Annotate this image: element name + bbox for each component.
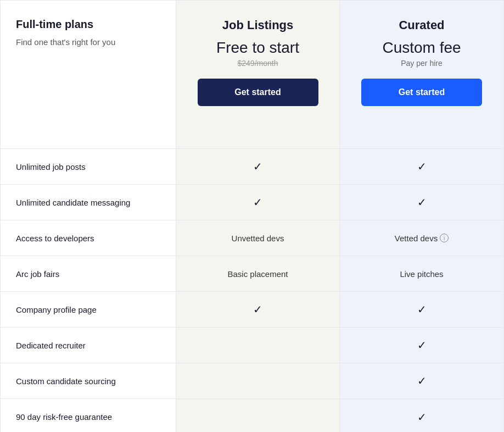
pricing-table: Full-time plans Find one that's right fo… — [0, 0, 504, 432]
curated-column-header: Curated Custom fee Pay per hire Get star… — [340, 1, 503, 148]
check-icon: ✓ — [417, 196, 427, 209]
job-listings-cta-button[interactable]: Get started — [198, 79, 318, 106]
check-icon: ✓ — [417, 160, 427, 173]
check-icon: ✓ — [417, 339, 427, 352]
feature-label: Arc job fairs — [1, 256, 176, 291]
check-icon: ✓ — [253, 160, 262, 173]
plans-title: Full-time plans — [16, 18, 160, 31]
job-listings-price: Free to start — [216, 39, 299, 57]
feature-label: Company profile page — [1, 292, 176, 327]
curated-feature-value: ✓ — [340, 292, 503, 327]
job-listings-feature-value: ✓ — [176, 149, 340, 184]
feature-row: Access to developersUnvetted devsVetted … — [1, 220, 503, 256]
job-listings-plan-name: Job Listings — [222, 18, 294, 32]
header-row: Full-time plans Find one that's right fo… — [1, 1, 503, 149]
curated-price: Custom fee — [382, 39, 461, 57]
plans-subtitle: Find one that's right for you — [16, 37, 160, 47]
feature-row: 90 day risk-free guarantee✓ — [1, 399, 503, 432]
job-listings-feature-value: ✓ — [176, 185, 340, 220]
curated-feature-text: Live pitches — [400, 269, 443, 279]
curated-price-note: Pay per hire — [401, 59, 442, 68]
check-icon: ✓ — [417, 374, 427, 387]
feature-label: Dedicated recruiter — [1, 328, 176, 363]
curated-feature-value: ✓ — [340, 399, 503, 432]
check-icon: ✓ — [417, 411, 427, 424]
check-icon: ✓ — [253, 303, 262, 316]
job-listings-feature-value — [176, 328, 340, 363]
job-listings-feature-value: ✓ — [176, 292, 340, 327]
job-listings-feature-value: Basic placement — [176, 256, 340, 291]
job-listings-feature-value: Unvetted devs — [176, 220, 340, 256]
feature-row: Unlimited candidate messaging✓✓ — [1, 185, 503, 220]
job-listings-original-price: $249/month — [238, 59, 278, 68]
curated-feature-value: ✓ — [340, 185, 503, 220]
curated-feature-text: Vetted devs — [395, 234, 438, 243]
feature-label: Access to developers — [1, 220, 176, 256]
feature-label: Unlimited candidate messaging — [1, 185, 176, 220]
feature-row: Arc job fairsBasic placementLive pitches — [1, 256, 503, 292]
feature-row: Company profile page✓✓ — [1, 292, 503, 328]
feature-row: Custom candidate sourcing✓ — [1, 363, 503, 399]
job-listings-feature-value — [176, 363, 340, 398]
curated-feature-value: ✓ — [340, 149, 503, 184]
curated-cta-button[interactable]: Get started — [361, 79, 482, 106]
curated-plan-name: Curated — [399, 18, 444, 32]
feature-row: Dedicated recruiter✓ — [1, 328, 503, 363]
check-icon: ✓ — [417, 303, 427, 316]
feature-rows: Unlimited job posts✓✓Unlimited candidate… — [1, 149, 503, 432]
feature-label: Unlimited job posts — [1, 149, 176, 184]
curated-feature-value: ✓ — [340, 363, 503, 398]
features-column-header: Full-time plans Find one that's right fo… — [1, 1, 176, 148]
job-listings-feature-value — [176, 399, 340, 432]
feature-label: 90 day risk-free guarantee — [1, 399, 176, 432]
info-icon[interactable]: i — [440, 234, 449, 242]
job-listings-column-header: Job Listings Free to start $249/month Ge… — [176, 1, 340, 148]
curated-feature-value: Vetted devsi — [340, 220, 503, 256]
curated-feature-value: Live pitches — [340, 256, 503, 291]
feature-label: Custom candidate sourcing — [1, 363, 176, 398]
check-icon: ✓ — [253, 196, 262, 209]
curated-feature-value: ✓ — [340, 328, 503, 363]
feature-row: Unlimited job posts✓✓ — [1, 149, 503, 185]
